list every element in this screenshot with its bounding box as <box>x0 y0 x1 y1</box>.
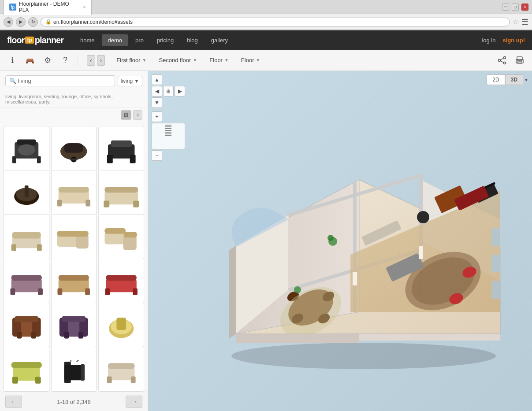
close-window-button[interactable]: × <box>521 4 528 11</box>
svg-rect-40 <box>37 244 42 251</box>
zoom-in-button[interactable]: + <box>152 111 162 122</box>
furniture-item-11[interactable] <box>51 258 97 304</box>
furniture-item-2[interactable] <box>51 126 97 172</box>
zoom-out-button[interactable]: − <box>152 150 162 161</box>
furniture-item-5[interactable] <box>51 170 97 216</box>
pan-up-button[interactable]: ▲ <box>152 74 162 85</box>
nav-gallery[interactable]: gallery <box>205 34 234 46</box>
furniture-item-12[interactable] <box>98 258 144 304</box>
login-link[interactable]: log in <box>482 37 495 44</box>
browser-tab[interactable]: fp Floorplanner - DEMO PLA × <box>4 0 92 15</box>
svg-rect-43 <box>57 231 89 237</box>
center-view-button[interactable]: ⊕ <box>163 86 174 96</box>
furniture-item-9[interactable] <box>98 214 144 260</box>
address-bar[interactable]: 🔒 en.floorplanner.com/demo#assets <box>41 18 510 26</box>
print-icon[interactable] <box>513 53 527 67</box>
close-icon[interactable]: × <box>83 4 86 10</box>
furniture-item-10[interactable] <box>4 258 49 304</box>
grid-view-button[interactable]: ⊞ <box>121 110 131 120</box>
svg-point-17 <box>18 144 35 156</box>
svg-rect-71 <box>78 332 83 338</box>
pan-up-row: ▲ <box>152 74 185 85</box>
furniture-item-3[interactable] <box>98 126 144 172</box>
furniture-item-8[interactable] <box>51 214 97 260</box>
svg-rect-58 <box>105 289 110 295</box>
svg-rect-76 <box>11 362 41 368</box>
svg-point-4 <box>504 56 506 59</box>
svg-rect-36 <box>133 201 139 207</box>
left-panel: 🔍 living ▼ living, livingroom, seating, … <box>0 71 148 411</box>
view-toggle: ⊞ ≡ <box>0 107 148 122</box>
svg-rect-64 <box>17 332 22 338</box>
help-icon[interactable]: ? <box>58 53 72 67</box>
furniture-item-14[interactable] <box>51 302 97 348</box>
svg-rect-63 <box>15 316 38 322</box>
signup-link[interactable]: sign up! <box>502 37 525 44</box>
maximize-button[interactable]: □ <box>512 4 519 11</box>
pagination: ← 1-18 of 2,348 → <box>0 392 148 411</box>
svg-line-83 <box>77 360 78 362</box>
zoom-slider[interactable] <box>152 123 185 149</box>
share-icon[interactable] <box>495 53 509 67</box>
svg-rect-19 <box>64 143 83 153</box>
furniture-item-15[interactable] <box>98 302 144 348</box>
svg-rect-51 <box>38 289 43 295</box>
bookmark-icon[interactable]: ☆ <box>513 18 519 26</box>
list-view-button[interactable]: ≡ <box>133 110 142 120</box>
svg-rect-24 <box>107 155 113 163</box>
second-floor-tab[interactable]: Second floor ▼ <box>154 54 201 66</box>
prev-floor-button[interactable]: ‹ <box>87 55 95 66</box>
nav-blog[interactable]: blog <box>181 34 204 46</box>
canvas-area[interactable]: ▲ ◀ ⊕ ▶ ▼ + <box>148 71 532 411</box>
svg-point-115 <box>327 235 334 241</box>
furniture-item-6[interactable] <box>98 170 144 216</box>
menu-icon[interactable]: ☰ <box>521 17 528 27</box>
forward-button[interactable]: ▶ <box>16 17 26 27</box>
svg-rect-39 <box>11 244 16 251</box>
furniture-item-7[interactable] <box>4 214 49 260</box>
nav-home[interactable]: home <box>74 34 101 46</box>
svg-marker-124 <box>359 334 500 341</box>
pan-right-button[interactable]: ▶ <box>175 86 185 96</box>
nav-pro[interactable]: pro <box>129 34 150 46</box>
search-input[interactable] <box>18 78 111 84</box>
search-category-dropdown[interactable]: living ▼ <box>118 76 142 86</box>
svg-rect-35 <box>104 201 109 207</box>
settings-icon[interactable]: ⚙ <box>41 53 55 67</box>
category-label: living <box>121 78 133 84</box>
second-floor-label: Second floor <box>159 57 191 63</box>
svg-rect-50 <box>10 289 15 295</box>
info-icon[interactable]: ℹ <box>5 53 19 67</box>
2d-view-button[interactable]: 2D <box>487 74 505 85</box>
furniture-item-4[interactable] <box>4 170 49 216</box>
svg-rect-85 <box>108 363 134 369</box>
3d-view-button[interactable]: 3D <box>505 74 523 85</box>
furniture-item-17[interactable] <box>51 346 97 392</box>
reload-button[interactable]: ↻ <box>28 17 38 27</box>
pan-down-button[interactable]: ▼ <box>152 97 162 108</box>
furniture-item-13[interactable] <box>4 302 49 348</box>
back-button[interactable]: ◀ <box>4 17 13 27</box>
floor-navigation: ‹ › <box>87 55 105 66</box>
logo-icon: fp <box>25 37 33 44</box>
floor-tab-3[interactable]: Floor ▼ <box>205 54 233 66</box>
furniture-item-18[interactable] <box>98 346 144 392</box>
floor-tab-3-arrow: ▼ <box>224 58 229 63</box>
minimize-button[interactable]: ─ <box>502 4 509 11</box>
pan-left-button[interactable]: ◀ <box>152 86 162 96</box>
floor-tab-4[interactable]: Floor ▼ <box>237 54 265 66</box>
next-page-button[interactable]: → <box>126 396 142 408</box>
nav-pricing[interactable]: pricing <box>151 34 180 46</box>
main-layout: 🔍 living ▼ living, livingroom, seating, … <box>0 71 532 411</box>
furniture-item-1[interactable] <box>4 126 49 172</box>
svg-rect-3 <box>27 59 33 60</box>
first-floor-tab[interactable]: First floor ▼ <box>112 54 151 66</box>
3d-dropdown-arrow[interactable]: ▼ <box>524 78 528 82</box>
furniture-item-16[interactable] <box>4 346 49 392</box>
svg-rect-31 <box>57 200 62 207</box>
furniture-icon[interactable] <box>23 53 37 67</box>
prev-page-button[interactable]: ← <box>5 396 22 408</box>
next-floor-button[interactable]: › <box>97 55 105 66</box>
nav-demo[interactable]: demo <box>102 34 129 46</box>
floor-tab-3-label: Floor <box>209 57 223 63</box>
